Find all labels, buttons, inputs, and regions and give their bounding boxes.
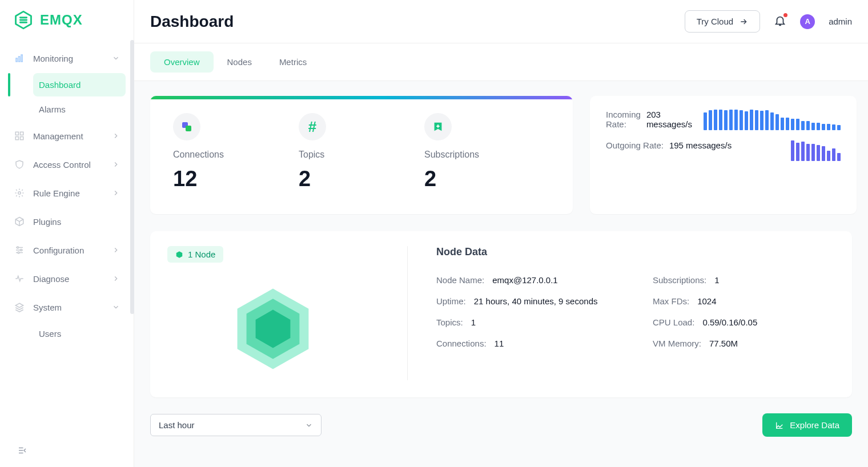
node-data-card: 1 Node Node Data Node Name:emqx@127.0.0.… — [150, 231, 852, 397]
shield-icon — [14, 159, 25, 170]
stat-connections: Connections 12 — [173, 113, 299, 191]
chevron-icon — [112, 132, 120, 140]
sidebar-item-users[interactable]: Users — [33, 322, 126, 345]
time-range-select[interactable]: Last hour — [150, 414, 322, 436]
sidebar-group-label: Monitoring — [33, 54, 104, 63]
node-details: Node Data Node Name:emqx@127.0.0.1Subscr… — [436, 246, 835, 380]
rate-card: Incoming Rate: 203 messages/s Outgoing R… — [590, 96, 857, 214]
tabs: OverviewNodesMetrics — [134, 43, 868, 81]
node-data-label: Max FDs: — [653, 296, 689, 306]
node-data-label: CPU Load: — [653, 317, 694, 327]
node-data-row: Node Name:emqx@127.0.0.1 — [436, 275, 618, 285]
node-data-title: Node Data — [436, 246, 835, 258]
node-data-row: Uptime:21 hours, 40 minutes, 9 seconds — [436, 296, 618, 306]
svg-rect-13 — [186, 126, 191, 131]
sidebar-group-label: Configuration — [33, 245, 104, 255]
sidebar-group-rule-engine[interactable]: Rule Engine — [8, 179, 126, 207]
node-data-label: Topics: — [436, 317, 463, 327]
chevron-icon — [112, 54, 120, 62]
stats-card: Connections 12 # Topics 2 — [150, 96, 573, 214]
node-count-label: 1 Node — [188, 249, 215, 259]
sidebar-group-label: Access Control — [33, 160, 104, 170]
node-data-value: 1024 — [697, 296, 716, 306]
sidebar-group-label: Plugins — [33, 217, 120, 227]
chart-line-icon — [775, 421, 784, 430]
chevron-icon — [112, 246, 120, 254]
node-data-value: 21 hours, 40 minutes, 9 seconds — [474, 296, 598, 306]
tab-overview[interactable]: Overview — [150, 51, 214, 73]
outgoing-rate-value: 195 messages/s — [669, 140, 732, 150]
svg-rect-5 — [21, 132, 23, 135]
node-data-label: VM Memory: — [653, 339, 701, 348]
pulse-icon — [14, 273, 25, 284]
chart-icon — [14, 53, 25, 64]
stat-topics: # Topics 2 — [299, 113, 424, 191]
explore-data-button[interactable]: Explore Data — [762, 413, 852, 437]
node-data-value: 11 — [495, 339, 504, 348]
sidebar-group-system[interactable]: System — [8, 293, 126, 321]
svg-rect-7 — [21, 137, 23, 140]
chevron-icon — [112, 275, 120, 283]
sidebar-group-monitoring[interactable]: Monitoring — [8, 45, 126, 72]
notification-dot-icon — [783, 13, 787, 17]
svg-point-9 — [17, 247, 19, 248]
cube-icon — [14, 216, 25, 227]
sidebar-nav: MonitoringDashboardAlarmsManagementAcces… — [0, 40, 134, 436]
brand-name: EMQX — [40, 12, 83, 28]
svg-rect-4 — [15, 132, 18, 135]
node-data-label: Uptime: — [436, 296, 466, 306]
connections-icon — [173, 113, 200, 140]
topbar-actions: Try Cloud A admin — [685, 10, 852, 33]
svg-point-8 — [18, 192, 21, 195]
time-range-value: Last hour — [159, 420, 195, 430]
stat-value: 12 — [173, 167, 299, 191]
collapse-sidebar-button[interactable] — [0, 436, 134, 467]
sidebar-group-diagnose[interactable]: Diagnose — [8, 265, 126, 292]
node-data-row: Subscriptions:1 — [653, 275, 835, 285]
sidebar-item-dashboard[interactable]: Dashboard — [33, 73, 126, 96]
sliders-icon — [14, 244, 25, 256]
management-icon — [14, 130, 25, 142]
user-name[interactable]: admin — [829, 17, 852, 26]
node-data-row: CPU Load:0.59/0.16/0.05 — [653, 317, 835, 327]
node-data-value: 1 — [714, 275, 719, 285]
content-area: Connections 12 # Topics 2 — [134, 81, 868, 467]
node-visual: 1 Node — [167, 246, 379, 380]
sidebar-group-plugins[interactable]: Plugins — [8, 208, 126, 235]
svg-rect-3 — [21, 55, 22, 62]
user-avatar[interactable]: A — [800, 14, 815, 29]
try-cloud-label: Try Cloud — [697, 17, 733, 26]
sidebar-group-label: Rule Engine — [33, 188, 104, 198]
emqx-logo-icon — [14, 10, 33, 30]
page-title: Dashboard — [150, 13, 234, 31]
try-cloud-button[interactable]: Try Cloud — [685, 10, 760, 33]
arrow-right-icon — [739, 17, 748, 26]
sidebar: EMQX MonitoringDashboardAlarmsManagement… — [0, 0, 134, 467]
node-count-badge: 1 Node — [167, 246, 223, 263]
svg-rect-6 — [15, 137, 18, 140]
tab-metrics[interactable]: Metrics — [266, 51, 320, 73]
notifications-button[interactable] — [774, 14, 786, 29]
tab-nodes[interactable]: Nodes — [214, 51, 266, 73]
svg-point-10 — [21, 249, 22, 251]
sidebar-group-configuration[interactable]: Configuration — [8, 236, 126, 264]
node-data-value: 1 — [471, 317, 476, 327]
incoming-rate-value: 203 messages/s — [646, 110, 692, 129]
node-data-value: 77.50M — [709, 339, 738, 348]
stat-value: 2 — [424, 167, 550, 191]
brand-logo[interactable]: EMQX — [0, 0, 134, 40]
stat-label: Subscriptions — [424, 150, 550, 160]
outgoing-rate-label: Outgoing Rate: — [606, 140, 664, 150]
node-data-value: emqx@127.0.0.1 — [492, 275, 557, 285]
sidebar-item-alarms[interactable]: Alarms — [33, 98, 126, 121]
chevron-down-icon — [305, 421, 313, 429]
main: Dashboard Try Cloud A admin OverviewNode… — [134, 0, 868, 467]
svg-marker-14 — [176, 251, 183, 258]
subscriptions-icon — [424, 113, 452, 140]
stat-value: 2 — [299, 167, 424, 191]
sidebar-group-management[interactable]: Management — [8, 122, 126, 150]
sidebar-group-label: Management — [33, 131, 104, 141]
sidebar-group-access-control[interactable]: Access Control — [8, 151, 126, 178]
layers-icon — [14, 301, 25, 313]
sidebar-group-label: System — [33, 303, 104, 312]
